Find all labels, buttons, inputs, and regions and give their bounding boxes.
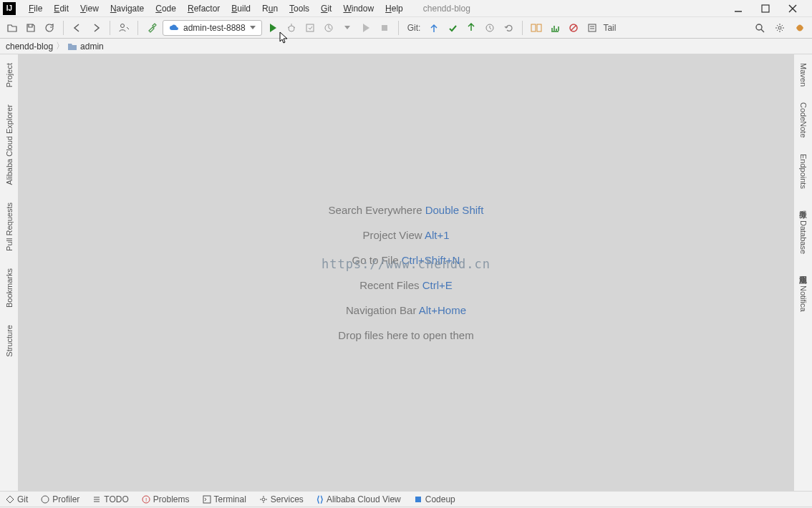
tab-project[interactable]: Project [5, 60, 14, 90]
svg-rect-13 [531, 24, 536, 31]
run-config-name: admin-test-8888 [183, 23, 246, 33]
tab-observer[interactable]: 应用观测器 [798, 267, 808, 273]
tab-microservice[interactable]: 微服务 [798, 202, 808, 207]
tab-structure[interactable]: Structure [5, 322, 14, 360]
tail-label[interactable]: Tail [603, 23, 616, 33]
maximize-icon[interactable] [760, 4, 770, 14]
svg-rect-14 [537, 24, 541, 31]
breadcrumb: chendd-blog 〉 admin [0, 39, 812, 54]
git-push-icon[interactable] [463, 20, 479, 36]
menu-refactor[interactable]: Refactor [182, 2, 226, 15]
bottom-problems[interactable]: !Problems [142, 494, 190, 504]
bottom-git[interactable]: Git [6, 494, 28, 504]
chevron-right-icon: 〉 [56, 40, 64, 52]
bottom-alibaba-view[interactable]: ⟨⟩Alibaba Cloud View [316, 494, 401, 504]
git-rollback-icon[interactable] [501, 20, 516, 36]
tab-database[interactable]: Database [799, 218, 808, 257]
git-label: Git: [407, 23, 421, 33]
bottom-todo[interactable]: TODO [92, 494, 128, 504]
tip-nav-bar: Navigation Bar Alt+Home [346, 304, 466, 316]
menu-git[interactable]: Git [315, 2, 337, 15]
svg-point-27 [262, 498, 265, 501]
menu-window[interactable]: Window [337, 2, 380, 15]
plugin-icon[interactable] [792, 20, 808, 36]
ali-toolkit-icon[interactable] [528, 20, 544, 36]
svg-line-21 [761, 29, 764, 32]
tab-codenote[interactable]: CodeNote [799, 99, 808, 141]
svg-rect-11 [382, 25, 387, 31]
chart-icon[interactable] [547, 20, 563, 36]
hammer-icon[interactable] [144, 20, 160, 36]
refresh-icon[interactable] [42, 20, 57, 36]
svg-rect-26 [203, 496, 211, 503]
bottom-services[interactable]: Services [259, 494, 304, 504]
person-icon[interactable] [116, 20, 132, 36]
tab-endpoints[interactable]: Endpoints [799, 151, 808, 192]
menu-run[interactable]: Run [256, 2, 284, 15]
svg-point-4 [121, 24, 125, 27]
tab-maven[interactable]: Maven [799, 60, 808, 89]
bottom-profiler[interactable]: Profiler [41, 494, 79, 504]
svg-text:!: ! [145, 497, 147, 503]
save-icon[interactable] [23, 20, 39, 36]
editor-area[interactable]: Search Everywhere Double Shift Project V… [19, 54, 793, 491]
left-toolwindow-bar: Project Alibaba Cloud Explorer Pull Requ… [0, 54, 19, 491]
back-icon[interactable] [69, 20, 85, 36]
git-commit-icon[interactable] [445, 20, 460, 36]
watermark: https://www.chendd.cn [322, 257, 490, 271]
svg-rect-17 [589, 24, 596, 31]
debug-icon[interactable] [284, 20, 299, 36]
run-config-selector[interactable]: admin-test-8888 [163, 20, 262, 36]
forward-icon[interactable] [88, 20, 104, 36]
run-icon[interactable] [265, 20, 281, 36]
project-title: chendd-blog [423, 4, 470, 14]
menu-code[interactable]: Code [150, 2, 182, 15]
tab-bookmarks[interactable]: Bookmarks [5, 265, 14, 311]
right-toolwindow-bar: Maven CodeNote Endpoints 微服务 Database 应用… [793, 54, 812, 491]
coverage-icon[interactable] [302, 20, 318, 36]
minimize-icon[interactable] [733, 4, 743, 14]
breadcrumb-module[interactable]: admin [67, 41, 104, 52]
chevron-down-icon [250, 26, 256, 30]
more-run-icon[interactable] [339, 20, 355, 36]
tip-search: Search Everywhere Double Shift [329, 204, 484, 216]
menubar: IJ File Edit View Navigate Code Refactor… [0, 0, 812, 17]
nosign-icon[interactable] [566, 20, 581, 36]
svg-rect-9 [306, 24, 314, 31]
run2-icon[interactable] [358, 20, 374, 36]
svg-line-16 [571, 25, 576, 31]
stop-icon[interactable] [377, 20, 392, 36]
menu-file[interactable]: File [23, 2, 48, 15]
svg-point-23 [42, 496, 49, 503]
menu-help[interactable]: Help [380, 2, 409, 15]
tab-notifications[interactable]: Notifica [799, 283, 808, 315]
svg-point-20 [756, 24, 762, 30]
menu-build[interactable]: Build [226, 2, 256, 15]
tab-alibaba-explorer[interactable]: Alibaba Cloud Explorer [5, 102, 14, 188]
tab-pull-requests[interactable]: Pull Requests [5, 200, 14, 254]
git-update-icon[interactable] [426, 20, 442, 36]
app-icon: IJ [3, 2, 16, 15]
search-icon[interactable] [752, 20, 768, 36]
tail-icon[interactable] [584, 20, 600, 36]
bottom-codeup[interactable]: Codeup [414, 494, 455, 504]
profile-icon[interactable] [321, 20, 337, 36]
main-area: Project Alibaba Cloud Explorer Pull Requ… [0, 54, 812, 491]
cloud-icon [169, 24, 179, 32]
folder-icon [67, 42, 77, 51]
tip-project-view: Project View Alt+1 [362, 229, 449, 241]
menu-tools[interactable]: Tools [284, 2, 315, 15]
gear-icon[interactable] [772, 20, 788, 36]
bottom-toolwindow-bar: Git Profiler TODO !Problems Terminal Ser… [0, 491, 812, 507]
menu-edit[interactable]: Edit [48, 2, 74, 15]
menu-view[interactable]: View [74, 2, 105, 15]
toolbar: admin-test-8888 Git: Tail [0, 17, 812, 39]
menu-navigate[interactable]: Navigate [105, 2, 150, 15]
git-history-icon[interactable] [482, 20, 498, 36]
close-icon[interactable] [788, 4, 798, 14]
breadcrumb-project[interactable]: chendd-blog [6, 41, 53, 52]
tip-recent-files: Recent Files Ctrl+E [359, 279, 453, 291]
open-icon[interactable] [4, 20, 20, 36]
svg-rect-1 [762, 5, 769, 12]
bottom-terminal[interactable]: Terminal [203, 494, 246, 504]
